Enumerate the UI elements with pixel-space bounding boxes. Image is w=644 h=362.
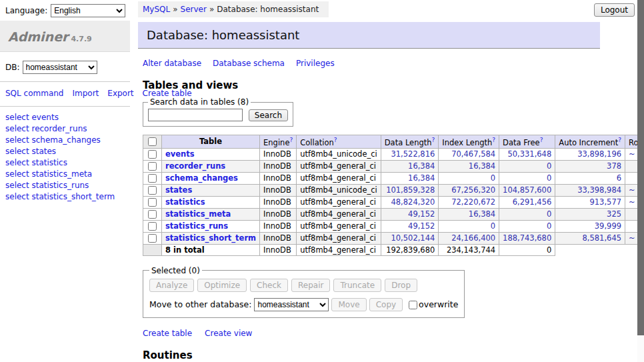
row-checkbox[interactable] — [148, 234, 157, 243]
move-button[interactable]: Move — [331, 298, 366, 311]
column-label: Data Free — [503, 138, 540, 147]
db-link-alter-database[interactable]: Alter database — [143, 59, 201, 68]
move-db-select[interactable]: homeassistant — [254, 298, 329, 311]
cell-auto-increment: 33,398,984 — [555, 184, 625, 196]
row-check-cell — [143, 184, 162, 196]
language-label: Language: — [5, 6, 47, 15]
sidebar-select-statistics[interactable]: select statistics — [5, 157, 125, 169]
db-link-privileges[interactable]: Privileges — [296, 59, 335, 68]
table-link-statistics-short-term[interactable]: statistics_short_term — [165, 233, 256, 243]
overwrite-checkbox[interactable] — [409, 301, 417, 309]
cell-engine: InnoDB — [260, 196, 297, 208]
adminer-logo-name: Adminer — [8, 29, 68, 44]
help-link[interactable]: ? — [334, 137, 337, 143]
logout-button[interactable]: Logout — [594, 3, 635, 17]
help-link[interactable]: ? — [618, 137, 621, 143]
column-header-table: Table — [162, 135, 260, 149]
table-row: statistics_metaInnoDButf8mb4_general_ci4… — [143, 208, 644, 220]
table-header-row: TableEngine?Collation?Data Length?Index … — [143, 135, 644, 149]
total-data-free: 0 — [499, 244, 555, 255]
column-header-data-free: Data Free? — [499, 135, 555, 149]
truncate-button[interactable]: Truncate — [333, 279, 381, 292]
help-link[interactable]: ? — [540, 137, 543, 143]
db-select[interactable]: homeassistant — [23, 61, 97, 74]
main-content: MySQL»Server»Database: homeassistant Dat… — [138, 0, 644, 362]
cell-collation: utf8mb4_general_ci — [297, 232, 381, 244]
selected-buttons-row: AnalyzeOptimizeCheckRepairTruncateDrop — [149, 279, 458, 292]
link-create-view[interactable]: Create view — [205, 329, 252, 338]
breadcrumb-link-server[interactable]: Server — [181, 5, 207, 14]
cell-index-length: 0 — [439, 220, 499, 232]
select-all-checkbox[interactable] — [148, 137, 157, 146]
table-row: statisticsInnoDButf8mb4_general_ci48,824… — [143, 196, 644, 208]
row-check-cell — [143, 160, 162, 172]
breadcrumb-link-mysql[interactable]: MySQL — [143, 5, 170, 14]
optimize-button[interactable]: Optimize — [197, 279, 247, 292]
scrollbar-thumb[interactable] — [637, 0, 644, 335]
help-link[interactable]: ? — [432, 137, 435, 143]
sidebar-select-statistics-short-term[interactable]: select statistics_short_term — [5, 191, 125, 203]
drop-button[interactable]: Drop — [385, 279, 417, 292]
sidebar-select-recorder-runs[interactable]: select recorder_runs — [5, 123, 125, 135]
cell-index-length: 70,467,584 — [439, 148, 499, 160]
cell-table-name: schema_changes — [162, 172, 260, 184]
db-selector-row: DB:homeassistant — [5, 61, 130, 74]
cell-data-length: 49,152 — [381, 208, 439, 220]
table-link-states[interactable]: states — [165, 185, 192, 195]
row-checkbox[interactable] — [148, 186, 157, 195]
row-checkbox[interactable] — [148, 222, 157, 231]
table-row: recorder_runsInnoDButf8mb4_general_ci16,… — [143, 160, 644, 172]
row-check-cell — [143, 208, 162, 220]
sidebar-select-states[interactable]: select states — [5, 146, 125, 157]
cell-index-length: 16,384 — [439, 208, 499, 220]
breadcrumb-separator: » — [173, 5, 177, 14]
column-label: Collation — [300, 138, 334, 147]
sidebar-select-statistics-meta[interactable]: select statistics_meta — [5, 169, 125, 180]
adminer-version: 4.7.9 — [71, 35, 91, 43]
search-input[interactable] — [148, 109, 243, 121]
row-checkbox[interactable] — [148, 174, 157, 183]
row-checkbox[interactable] — [148, 210, 157, 219]
cell-auto-increment: 6 — [555, 172, 625, 184]
db-link-database-schema[interactable]: Database schema — [213, 59, 285, 68]
repair-button[interactable]: Repair — [291, 279, 330, 292]
cell-engine: InnoDB — [260, 160, 297, 172]
sidebar-action-export[interactable]: Export — [107, 89, 133, 98]
sidebar-select-schema-changes[interactable]: select schema_changes — [5, 135, 125, 146]
cell-engine: InnoDB — [260, 208, 297, 220]
check-button[interactable]: Check — [250, 279, 288, 292]
help-link[interactable]: ? — [492, 137, 495, 143]
table-link-statistics[interactable]: statistics — [165, 197, 205, 207]
copy-button[interactable]: Copy — [369, 298, 403, 311]
sidebar-action-import[interactable]: Import — [72, 89, 99, 98]
language-select[interactable]: English — [51, 4, 125, 17]
cell-data-free: 50,331,648 — [499, 148, 555, 160]
row-checkbox[interactable] — [148, 198, 157, 207]
table-link-statistics-runs[interactable]: statistics_runs — [165, 221, 228, 231]
table-link-recorder-runs[interactable]: recorder_runs — [165, 161, 225, 171]
create-links: Create tableCreate view — [143, 329, 644, 338]
sidebar-select-events[interactable]: select events — [5, 112, 125, 123]
row-checkbox[interactable] — [148, 150, 157, 159]
cell-index-length: 72,220,672 — [439, 196, 499, 208]
link-create-table[interactable]: Create table — [143, 329, 192, 338]
column-label: Data Length — [385, 138, 432, 147]
table-link-events[interactable]: events — [165, 149, 195, 159]
cell-auto-increment: 39,999 — [555, 220, 625, 232]
table-link-statistics-meta[interactable]: statistics_meta — [165, 209, 231, 219]
cell-collation: utf8mb4_general_ci — [297, 220, 381, 232]
sidebar-action-sql-command[interactable]: SQL command — [5, 89, 63, 98]
page-scrollbar[interactable] — [637, 0, 644, 362]
table-link-schema-changes[interactable]: schema_changes — [165, 173, 238, 183]
cell-auto-increment: 8,581,645 — [555, 232, 625, 244]
analyze-button[interactable]: Analyze — [149, 279, 194, 292]
cell-engine: InnoDB — [260, 220, 297, 232]
help-link[interactable]: ? — [289, 137, 293, 143]
sidebar-select-statistics-runs[interactable]: select statistics_runs — [5, 180, 125, 191]
cell-auto-increment: 33,898,196 — [555, 148, 625, 160]
database-action-links: Alter databaseDatabase schemaPrivileges — [143, 59, 644, 68]
cell-data-length: 31,522,816 — [381, 148, 439, 160]
sidebar-divider — [0, 81, 130, 82]
row-checkbox[interactable] — [148, 162, 157, 171]
search-button[interactable]: Search — [249, 109, 288, 121]
